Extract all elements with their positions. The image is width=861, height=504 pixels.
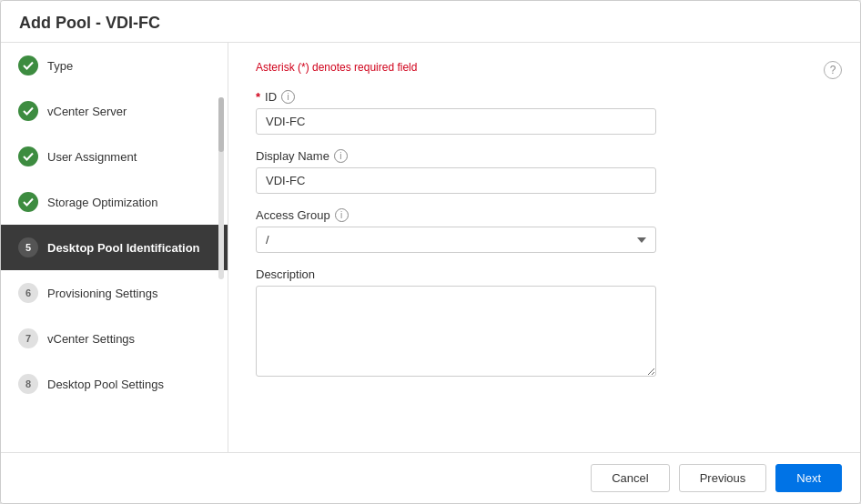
scrollbar-thumb[interactable] bbox=[218, 97, 224, 152]
id-required-dot: * bbox=[256, 90, 260, 104]
previous-button[interactable]: Previous bbox=[679, 464, 767, 492]
sidebar-item-desktop-pool-settings[interactable]: 8 Desktop Pool Settings bbox=[1, 361, 228, 407]
display-name-input[interactable] bbox=[256, 167, 656, 194]
description-label-row: Description bbox=[256, 267, 833, 281]
step-icon-8: 8 bbox=[18, 374, 38, 394]
sidebar-item-storage-optimization[interactable]: Storage Optimization bbox=[1, 179, 228, 225]
access-group-label: Access Group bbox=[256, 208, 330, 222]
access-group-info-icon[interactable]: i bbox=[335, 208, 349, 222]
cancel-button[interactable]: Cancel bbox=[591, 464, 669, 492]
step-icon-5: 5 bbox=[18, 237, 38, 257]
display-name-field-group: Display Name i bbox=[256, 149, 833, 194]
step-icon-1 bbox=[18, 55, 38, 76]
display-name-info-icon[interactable]: i bbox=[334, 149, 348, 163]
id-info-icon[interactable]: i bbox=[281, 90, 295, 104]
step-label-6: Provisioning Settings bbox=[47, 287, 157, 300]
step-label-4: Storage Optimization bbox=[47, 196, 157, 209]
step-label-7: vCenter Settings bbox=[47, 332, 135, 346]
dialog-body: Type vCenter Server User Assignment bbox=[1, 43, 860, 452]
id-label-row: * ID i bbox=[256, 90, 833, 104]
step-label-8: Desktop Pool Settings bbox=[47, 378, 164, 391]
dialog-title: Add Pool - VDI-FC bbox=[19, 14, 842, 33]
step-label-5: Desktop Pool Identification bbox=[47, 241, 200, 255]
add-pool-dialog: Add Pool - VDI-FC Type bbox=[0, 0, 861, 504]
description-textarea[interactable] bbox=[256, 286, 656, 377]
dialog-header: Add Pool - VDI-FC bbox=[1, 1, 860, 43]
step-icon-6: 6 bbox=[18, 283, 38, 303]
sidebar-item-vcenter-settings[interactable]: 7 vCenter Settings bbox=[1, 316, 228, 361]
sidebar-item-vcenter-server[interactable]: vCenter Server bbox=[1, 88, 228, 134]
step-label-2: vCenter Server bbox=[47, 105, 127, 118]
id-label: ID bbox=[265, 90, 277, 104]
id-input[interactable] bbox=[256, 108, 656, 135]
sidebar-item-desktop-pool-identification[interactable]: 5 Desktop Pool Identification bbox=[1, 225, 228, 270]
access-group-field-group: Access Group i / bbox=[256, 208, 833, 253]
step-label-3: User Assignment bbox=[47, 150, 137, 164]
step-icon-2 bbox=[18, 101, 38, 121]
sidebar-item-type[interactable]: Type bbox=[1, 43, 228, 88]
description-label: Description bbox=[256, 267, 315, 281]
id-field-group: * ID i bbox=[256, 90, 833, 135]
sidebar-item-provisioning-settings[interactable]: 6 Provisioning Settings bbox=[1, 270, 228, 316]
required-note: Asterisk (*) denotes required field bbox=[256, 61, 833, 74]
sidebar: Type vCenter Server User Assignment bbox=[1, 43, 228, 452]
access-group-label-row: Access Group i bbox=[256, 208, 833, 222]
next-button[interactable]: Next bbox=[775, 464, 842, 492]
sidebar-item-user-assignment[interactable]: User Assignment bbox=[1, 134, 228, 179]
description-field-group: Description bbox=[256, 267, 833, 379]
step-icon-7: 7 bbox=[18, 328, 38, 348]
access-group-select[interactable]: / bbox=[256, 227, 656, 253]
main-content: ? Asterisk (*) denotes required field * … bbox=[228, 43, 860, 452]
step-label-1: Type bbox=[47, 59, 73, 73]
help-icon[interactable]: ? bbox=[824, 61, 842, 79]
step-icon-3 bbox=[18, 146, 38, 166]
display-name-label-row: Display Name i bbox=[256, 149, 833, 163]
display-name-label: Display Name bbox=[256, 149, 329, 163]
step-icon-4 bbox=[18, 192, 38, 212]
dialog-footer: Cancel Previous Next bbox=[1, 452, 860, 503]
scrollbar-track bbox=[218, 97, 224, 279]
